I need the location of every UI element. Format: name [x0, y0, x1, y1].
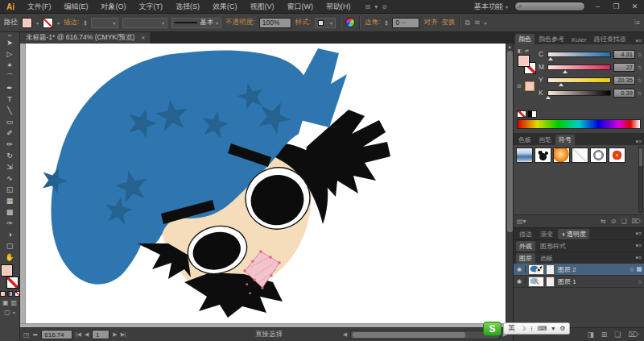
- layer-thumbnail[interactable]: [528, 264, 544, 275]
- none-icon[interactable]: ⊘: [517, 83, 522, 89]
- document-tab[interactable]: 未标题-1* @ 616.74% (CMYK/预览) ×: [20, 32, 151, 44]
- moon-fullwidth-icon[interactable]: ☽: [520, 325, 526, 332]
- yellow-value-field[interactable]: 20.35: [613, 76, 635, 85]
- symbol-libraries-menu-icon[interactable]: ▤▾: [517, 218, 526, 225]
- corner-stepper[interactable]: ▲▼: [384, 19, 388, 26]
- isolate-object-icon[interactable]: ⧉: [464, 19, 469, 27]
- tab-gradient[interactable]: 渐变: [537, 229, 556, 239]
- target-circle-icon[interactable]: ○: [638, 279, 642, 285]
- prev-artboard-icon[interactable]: ◀: [85, 331, 89, 338]
- draw-behind-icon[interactable]: ▥: [11, 299, 18, 306]
- screen-mode-icon[interactable]: ▢: [4, 309, 10, 316]
- replace-symbol-icon[interactable]: ⇆: [601, 218, 606, 225]
- none-swatch[interactable]: [517, 110, 526, 118]
- pencil-tool[interactable]: ✏: [0, 139, 19, 150]
- tab-brushes[interactable]: 画笔: [535, 135, 555, 145]
- tab-color[interactable]: 颜色: [515, 34, 535, 44]
- cyan-slider[interactable]: [547, 52, 611, 57]
- stroke-weight-select[interactable]: ▾: [91, 18, 118, 28]
- search-input[interactable]: [524, 3, 576, 10]
- brush-definition-select[interactable]: 基本▾: [171, 18, 221, 28]
- last-color-swatch[interactable]: [525, 81, 535, 91]
- symbol-thumbnail[interactable]: [609, 148, 625, 163]
- chevron-down-icon[interactable]: ▾: [374, 3, 378, 10]
- new-sublayer-icon[interactable]: ⊞: [601, 331, 608, 339]
- last-artboard-icon[interactable]: ▶|: [121, 331, 126, 338]
- variable-width-profile-select[interactable]: ▾: [122, 18, 167, 28]
- scroll-up-icon[interactable]: ▲: [507, 44, 512, 51]
- tab-kuler[interactable]: Kuler: [568, 35, 590, 44]
- direct-selection-tool[interactable]: ▷: [0, 48, 19, 60]
- layer-thumbnail[interactable]: [528, 277, 544, 287]
- close-tab-icon[interactable]: ×: [141, 34, 145, 42]
- shape-builder-tool[interactable]: ◱: [0, 184, 19, 195]
- new-layer-icon[interactable]: ❏: [614, 331, 621, 339]
- scale-tool[interactable]: ⇲: [0, 161, 19, 173]
- menu-item[interactable]: 文件(F): [21, 0, 58, 13]
- line-segment-tool[interactable]: ╲: [0, 105, 19, 116]
- style-select[interactable]: ▾: [315, 18, 336, 28]
- selection-indicator[interactable]: [637, 267, 642, 272]
- layer-name[interactable]: 图层 1: [558, 277, 576, 286]
- menu-item[interactable]: 窗口(W): [281, 0, 320, 13]
- arrange-documents-icon[interactable]: ⊞: [365, 3, 371, 10]
- sublayer-thumbnail[interactable]: [546, 264, 555, 275]
- visibility-eye-icon[interactable]: ◉: [514, 278, 526, 285]
- delete-symbol-icon[interactable]: ⌦: [632, 218, 641, 225]
- visibility-eye-icon[interactable]: ◉: [514, 266, 526, 272]
- corner-input[interactable]: 0═: [392, 18, 419, 28]
- new-symbol-icon[interactable]: ❏: [621, 218, 627, 225]
- no-style-icon[interactable]: ⊘: [382, 3, 387, 10]
- soft-keyboard-icon[interactable]: ⌨: [538, 325, 547, 332]
- spinner-icon[interactable]: ⇅: [638, 52, 642, 57]
- horizontal-scroll-thumb[interactable]: [353, 332, 465, 338]
- panel-menu-icon[interactable]: ▾≡: [633, 231, 644, 237]
- opacity-input[interactable]: 100%▾: [259, 18, 291, 28]
- panel-menu-icon[interactable]: ▾≡: [633, 139, 644, 145]
- tab-transparency[interactable]: ◑ 透明度: [558, 229, 589, 239]
- tab-graphic-styles[interactable]: 图形样式: [537, 241, 569, 252]
- menu-item[interactable]: 视图(V): [244, 0, 281, 13]
- close-button[interactable]: ✕: [629, 2, 641, 10]
- tab-appearance[interactable]: 外观: [516, 241, 535, 252]
- tab-color-guide[interactable]: 颜色参考: [535, 34, 568, 44]
- control-panel-menu-icon[interactable]: ⫶≡: [634, 19, 640, 27]
- stroke-swatch[interactable]: [6, 277, 19, 289]
- menu-item[interactable]: 效果(C): [206, 0, 244, 13]
- default-colors-icon[interactable]: ◧: [518, 48, 522, 53]
- transform-link[interactable]: 变换: [441, 18, 455, 27]
- search-field[interactable]: ⌕: [514, 2, 585, 11]
- panel-menu-icon[interactable]: ▾≡: [633, 38, 644, 44]
- stroke-color-swatch[interactable]: [43, 18, 53, 28]
- horizontal-scrollbar[interactable]: [350, 331, 500, 339]
- scroll-left-icon[interactable]: ◀: [341, 331, 349, 338]
- width-tool[interactable]: ∿: [0, 173, 19, 184]
- rotate-tool[interactable]: ↻: [0, 150, 19, 161]
- rectangle-tool[interactable]: ▭: [0, 116, 19, 127]
- type-tool[interactable]: T: [0, 94, 19, 105]
- lasso-tool[interactable]: ⌒: [0, 71, 19, 82]
- slider-handle[interactable]: [548, 57, 553, 60]
- break-link-icon[interactable]: ⊘: [611, 218, 617, 225]
- chevron-down-icon[interactable]: ▾: [36, 20, 39, 26]
- menu-item[interactable]: 文字(T): [133, 0, 170, 13]
- paintbrush-tool[interactable]: ✐: [0, 127, 19, 139]
- layer-row-1[interactable]: ◉ 图层 1 ○: [514, 276, 644, 288]
- recolor-artwork-icon[interactable]: [345, 18, 355, 27]
- menu-item[interactable]: 帮助(H): [320, 0, 357, 13]
- color-spectrum-bar[interactable]: [517, 119, 641, 129]
- scroll-thumb[interactable]: [639, 148, 642, 166]
- symbol-thumbnail[interactable]: [516, 148, 533, 163]
- menu-item[interactable]: 选择(S): [169, 0, 206, 13]
- swap-colors-icon[interactable]: ⇄: [525, 48, 529, 53]
- cyan-value-field[interactable]: 4.31: [613, 50, 635, 59]
- slider-handle[interactable]: [559, 83, 564, 86]
- chevron-down-icon[interactable]: ▾: [484, 20, 486, 26]
- tab-layers[interactable]: 图层: [516, 253, 535, 264]
- minimize-button[interactable]: –: [592, 2, 604, 10]
- status-icon[interactable]: ◳: [23, 331, 30, 339]
- canvas[interactable]: [20, 44, 506, 327]
- tab-pathfinder[interactable]: 路径查找器: [591, 34, 630, 44]
- restore-button[interactable]: ❐: [610, 2, 622, 10]
- mesh-tool[interactable]: ▩: [0, 206, 19, 218]
